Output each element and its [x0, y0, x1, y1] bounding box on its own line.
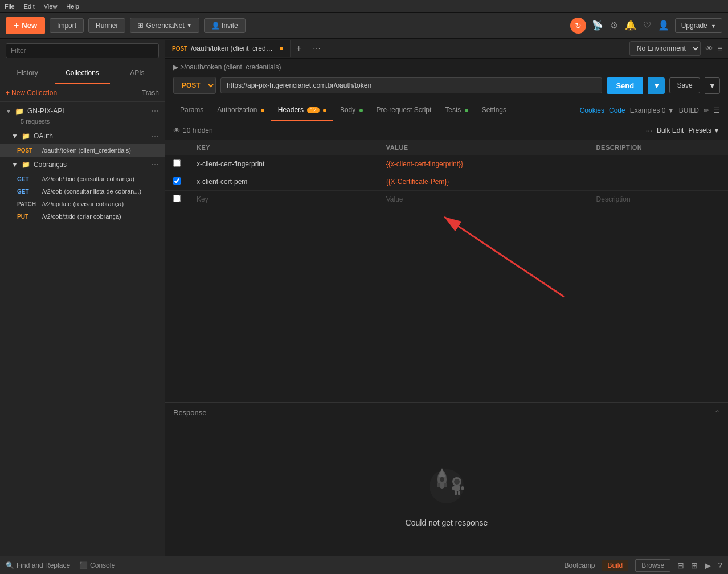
search-icon: 🔍: [6, 561, 14, 569]
build-button[interactable]: Build: [602, 560, 629, 571]
tab-add-button[interactable]: +: [291, 39, 307, 58]
bulk-edit-button[interactable]: Bulk Edit: [657, 126, 684, 134]
request-item-post-oauth[interactable]: POST /oauth/token (client_credentials): [0, 144, 165, 157]
response-header: Response ⌃: [165, 403, 728, 423]
nav-headers[interactable]: Headers 12: [271, 100, 333, 121]
browse-button[interactable]: Browse: [635, 559, 670, 572]
row-desc-placeholder: Description: [588, 191, 728, 208]
method-select[interactable]: POST: [173, 77, 216, 94]
headers-indicator: [323, 109, 326, 112]
nav-body[interactable]: Body: [333, 100, 370, 121]
nav-settings[interactable]: Settings: [475, 100, 513, 121]
new-button[interactable]: + New: [6, 17, 45, 34]
row-checkbox[interactable]: [173, 195, 181, 202]
help-icon[interactable]: ?: [718, 561, 722, 570]
send-button[interactable]: Send: [607, 77, 643, 94]
table-dots-button[interactable]: ···: [645, 126, 652, 135]
avatar-icon[interactable]: 👤: [657, 19, 670, 32]
request-item-put-criar[interactable]: PUT /v2/cob/:txid (criar cobrança): [0, 210, 165, 223]
tab-more-button[interactable]: ⋯: [307, 39, 326, 58]
find-replace-button[interactable]: 🔍 Find and Replace: [6, 561, 70, 569]
list-icon[interactable]: ☰: [714, 106, 720, 114]
chevron-icon: ▼: [11, 132, 18, 140]
save-dropdown-button[interactable]: ▼: [705, 77, 720, 94]
send-dropdown-button[interactable]: ▼: [648, 77, 665, 94]
menu-view[interactable]: View: [44, 3, 58, 10]
request-item-get-lista[interactable]: GET /v2/cob (consultar lista de cobran..…: [0, 185, 165, 198]
row-checkbox[interactable]: [173, 177, 181, 184]
url-bar: POST Send ▼ Save ▼: [165, 71, 728, 100]
console-button[interactable]: ⬛ Console: [79, 561, 115, 569]
sidebar-search-container: [0, 39, 165, 63]
tab-bar-right: No Environment 👁 ≡: [629, 41, 728, 56]
runner-button[interactable]: Runner: [88, 18, 125, 33]
bell-icon[interactable]: 🔔: [624, 19, 637, 32]
dots-icon[interactable]: ⋯: [151, 160, 159, 169]
row-checkbox-cell: [165, 191, 189, 208]
request-tab-active[interactable]: POST /oauth/token (client_credentia...: [165, 40, 291, 57]
folder-name-cobrancas: Cobranças: [34, 161, 148, 169]
nav-tests[interactable]: Tests: [438, 100, 475, 121]
folder-header-oauth[interactable]: ▼ 📁 OAuth ⋯: [0, 128, 165, 144]
row-key: x-client-cert-pem: [189, 173, 378, 191]
tab-bar: POST /oauth/token (client_credentia... +…: [165, 39, 728, 59]
trash-button[interactable]: Trash: [142, 89, 159, 97]
folder-icon: 📁: [22, 132, 30, 140]
import-button[interactable]: Import: [50, 18, 84, 33]
request-nav: Params Authorization Headers 12 Body Pre…: [165, 100, 728, 121]
nav-authorization[interactable]: Authorization: [210, 100, 271, 121]
chevron-icon: ▼: [11, 161, 18, 169]
sync-button[interactable]: ↻: [570, 18, 586, 34]
folder-header-cobrancas[interactable]: ▼ 📁 Cobranças ⋯: [0, 157, 165, 173]
save-button[interactable]: Save: [669, 77, 700, 93]
table-row: x-client-cert-pem {{X-Certificate-Pem}}: [165, 173, 728, 191]
presets-button[interactable]: Presets ▼: [688, 126, 720, 134]
eye-icon[interactable]: 👁: [705, 44, 713, 53]
code-button[interactable]: Code: [609, 106, 625, 114]
cookies-button[interactable]: Cookies: [580, 106, 604, 114]
workspace-switcher[interactable]: ⊞ GerenciaNet ▼: [130, 18, 199, 33]
edit-icon[interactable]: ✏: [704, 106, 709, 114]
dots-icon[interactable]: ⋯: [151, 106, 159, 116]
settings-icon[interactable]: ≡: [718, 44, 722, 53]
request-item-get-cobranca[interactable]: GET /v2/cob/:txid (consultar cobrança): [0, 173, 165, 185]
search-input[interactable]: [6, 43, 159, 58]
satellite-icon[interactable]: 📡: [591, 19, 604, 32]
collection-group: ▼ 📁 GN-PIX-API ⋯ 5 requests ▼ 📁 OAuth ⋯: [0, 102, 165, 223]
row-value: {{x-client-cert-fingerprint}}: [378, 155, 588, 173]
hidden-count: 👁 10 hidden: [173, 126, 213, 135]
expand-icon[interactable]: ⌃: [714, 409, 720, 417]
nav-pre-request[interactable]: Pre-request Script: [370, 100, 439, 121]
dots-icon[interactable]: ⋯: [151, 132, 159, 141]
col-key: KEY: [189, 140, 378, 155]
row-value: {{X-Certificate-Pem}}: [378, 173, 588, 191]
nav-right: Cookies Code Examples 0 ▼ BUILD ✏ ☰: [580, 106, 720, 114]
runner-icon[interactable]: ▶: [705, 561, 711, 570]
row-checkbox[interactable]: [173, 159, 181, 167]
invite-button[interactable]: 👤 Invite: [204, 18, 246, 33]
environment-select[interactable]: No Environment: [629, 41, 701, 56]
nav-params[interactable]: Params: [173, 100, 210, 121]
tab-collections[interactable]: Collections: [55, 63, 109, 84]
new-collection-button[interactable]: + New Collection: [6, 89, 57, 97]
svg-rect-10: [454, 485, 460, 491]
menu-help[interactable]: Help: [66, 3, 79, 10]
menu-file[interactable]: File: [5, 3, 15, 10]
build-button[interactable]: BUILD: [679, 106, 699, 114]
upgrade-button[interactable]: Upgrade ▼: [675, 18, 722, 33]
tab-history[interactable]: History: [0, 63, 55, 84]
heart-icon[interactable]: ♡: [642, 19, 652, 32]
url-input[interactable]: [220, 77, 602, 93]
examples-button[interactable]: Examples 0 ▼: [630, 106, 674, 114]
row-description: [588, 155, 728, 173]
tab-name: /oauth/token (client_credentia...: [191, 44, 276, 52]
menu-edit[interactable]: Edit: [24, 3, 35, 10]
layout-icon[interactable]: ⊟: [677, 561, 684, 570]
person-icon: 👤: [211, 22, 220, 30]
request-item-patch-update[interactable]: PATCH /v2/update (revisar cobrança): [0, 198, 165, 210]
response-area: Response ⌃: [165, 402, 728, 556]
settings-icon[interactable]: ⚙: [609, 19, 619, 32]
layout2-icon[interactable]: ⊞: [691, 561, 698, 570]
bootcamp-button[interactable]: Bootcamp: [564, 561, 595, 569]
tab-apis[interactable]: APIs: [110, 63, 165, 84]
